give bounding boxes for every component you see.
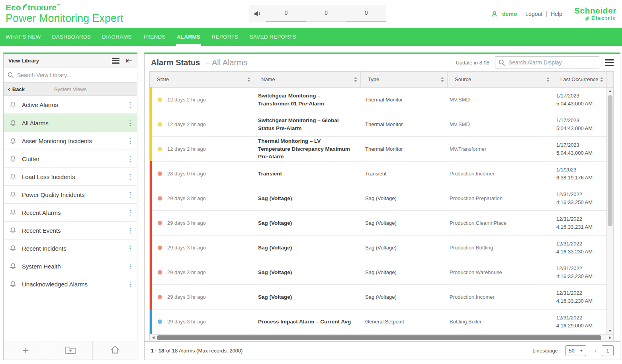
alarm-viewer-menu-icon[interactable] <box>605 59 614 66</box>
sidebar-item-active-alarms[interactable]: Active Alarms⋮ <box>4 96 137 114</box>
column-header-last-occurrence[interactable]: Last Occurrence <box>553 72 607 87</box>
kebab-menu-icon[interactable]: ⋮ <box>123 222 137 239</box>
alarm-row[interactable]: 29 days 3 hr agoSag (Voltage)Sag (Voltag… <box>150 211 613 236</box>
kebab-menu-icon[interactable]: ⋮ <box>123 239 137 257</box>
lines-per-page-select[interactable]: 50 <box>565 345 586 356</box>
kebab-menu-icon[interactable]: ⋮ <box>123 257 137 275</box>
sidebar-item-clutter[interactable]: Clutter⋮ <box>4 150 137 168</box>
view-library-search-input[interactable] <box>17 72 133 78</box>
back-button[interactable]: ‹ Back <box>8 86 25 93</box>
collapse-sidebar-icon[interactable]: ⇤ <box>126 57 132 64</box>
column-header-source[interactable]: Source <box>448 72 553 87</box>
folder-plus-icon <box>65 346 76 356</box>
alarm-row[interactable]: 12 days 2 hr agoSwitchgear Monitoring – … <box>150 112 613 137</box>
kebab-menu-icon[interactable]: ⋮ <box>123 96 137 113</box>
alarm-row[interactable]: 29 days 3 hr agoSag (Voltage)Sag (Voltag… <box>150 285 613 309</box>
speaker-icon[interactable] <box>254 10 262 17</box>
ecostruxure-leaf-icon <box>22 4 27 11</box>
home-button[interactable] <box>93 341 137 360</box>
alarm-date: 12/31/2022 <box>556 265 582 273</box>
alarm-time: 4:16:33.230 AM <box>556 248 593 256</box>
nav-tab-what-s-new[interactable]: WHAT'S NEW <box>0 28 47 46</box>
current-page-box[interactable]: 1 <box>602 345 614 356</box>
sidebar-item-recent-events[interactable]: Recent Events⋮ <box>4 222 137 239</box>
nav-tab-reports[interactable]: REPORTS <box>206 28 244 46</box>
alarm-row[interactable]: 29 days 3 hr agoProcess Impact Alarm – C… <box>150 309 613 334</box>
alarm-age: 12 days 2 hr ago <box>167 121 206 127</box>
column-header-type[interactable]: Type <box>361 72 448 87</box>
view-library-menu-icon[interactable] <box>112 58 119 64</box>
column-header-name[interactable]: Name <box>254 72 361 87</box>
alarm-time: 4:16:33.250 AM <box>556 199 593 206</box>
alarm-time: 5:04:43.000 AM <box>556 125 593 132</box>
state-dot-icon <box>158 196 162 200</box>
sidebar-item-asset-monitoring-incidents[interactable]: Asset Monitoring Incidents⋮ <box>4 132 137 150</box>
sort-icon[interactable] <box>546 77 550 82</box>
scroll-up-arrow[interactable] <box>607 88 613 94</box>
search-icon <box>499 59 505 66</box>
sort-icon[interactable] <box>247 77 250 82</box>
sidebar-item-label: Clutter <box>22 156 123 162</box>
top-header: Eco truxure ™ Power Monitoring Expert 00… <box>0 0 622 28</box>
kebab-menu-icon[interactable]: ⋮ <box>123 186 137 203</box>
previous-page-button[interactable]: ‹ <box>594 347 597 355</box>
sort-icon[interactable] <box>441 77 444 82</box>
scroll-left-arrow[interactable] <box>150 335 156 341</box>
horizontal-scrollbar[interactable] <box>150 334 613 341</box>
sidebar-item-unacknowledged-alarms[interactable]: Unacknowledged Alarms⋮ <box>4 275 137 293</box>
sidebar-item-all-alarms[interactable]: All Alarms⋮ <box>4 114 137 132</box>
alarm-row[interactable]: 29 days 3 hr agoSag (Voltage)Sag (Voltag… <box>150 260 613 285</box>
kebab-menu-icon[interactable]: ⋮ <box>123 132 137 150</box>
scroll-down-arrow[interactable] <box>607 327 613 334</box>
vertical-scroll-track[interactable] <box>607 94 613 327</box>
alarm-source: Bottling.Boiler <box>448 309 553 334</box>
sidebar-item-recent-incidents[interactable]: Recent Incidents⋮ <box>4 239 137 257</box>
kebab-menu-icon[interactable]: ⋮ <box>123 275 137 293</box>
kebab-menu-icon[interactable]: ⋮ <box>123 150 137 167</box>
logout-link[interactable]: Logout <box>525 11 542 17</box>
horizontal-scroll-thumb[interactable] <box>157 335 601 340</box>
vertical-scrollbar[interactable] <box>606 88 613 334</box>
sort-icon[interactable] <box>600 77 603 82</box>
alarm-counter-2[interactable]: 0 <box>346 5 386 22</box>
alarm-source: Production.Incomer <box>448 162 553 186</box>
alarm-age: 29 days 3 hr ago <box>167 245 206 251</box>
alarm-row[interactable]: 29 days 3 hr agoSag (Voltage)Sag (Voltag… <box>150 236 613 260</box>
alarm-counter-1[interactable]: 0 <box>306 5 346 22</box>
column-header-state[interactable]: State <box>150 72 254 87</box>
horizontal-scroll-track[interactable] <box>156 335 606 341</box>
alarm-row[interactable]: 12 days 2 hr agoSwitchgear Monitoring – … <box>150 88 613 112</box>
help-link[interactable]: Help <box>551 11 562 17</box>
add-folder-button[interactable] <box>48 341 93 360</box>
nav-tab-trends[interactable]: TRENDS <box>137 28 171 46</box>
alarm-row[interactable]: 28 days 0 hr agoTransientTransientProduc… <box>150 162 613 186</box>
alarm-row[interactable]: 29 days 3 hr agoSag (Voltage)Sag (Voltag… <box>150 186 613 211</box>
sidebar-item-power-quality-incidents[interactable]: Power Quality Incidents⋮ <box>4 186 137 204</box>
view-library-toolbar: + <box>4 341 137 360</box>
nav-tab-alarms[interactable]: ALARMS <box>171 28 206 46</box>
sidebar-item-load-loss-incidents[interactable]: Load Loss Incidents⋮ <box>4 168 137 186</box>
column-header-label: Source <box>455 76 471 82</box>
vertical-scroll-thumb[interactable] <box>608 95 612 226</box>
main-nav: WHAT'S NEWDASHBOARDSDIAGRAMSTRENDSALARMS… <box>0 28 622 46</box>
alarm-state-cell: 12 days 2 hr ago <box>150 112 254 136</box>
alarm-date: 1/17/2023 <box>556 92 579 100</box>
sort-icon[interactable] <box>354 77 357 82</box>
alarm-search-input[interactable] <box>509 59 596 66</box>
sidebar-item-system-health[interactable]: System Health⋮ <box>4 257 137 275</box>
nav-tab-diagrams[interactable]: DIAGRAMS <box>96 28 137 46</box>
alarm-row[interactable]: 12 days 2 hr agoThermal Monitoring – LV … <box>150 137 613 162</box>
sort-up-arrow-icon <box>600 77 603 79</box>
alarm-counter-0[interactable]: 0 <box>266 5 306 22</box>
kebab-menu-icon[interactable]: ⋮ <box>123 168 137 185</box>
nav-tab-dashboards[interactable]: DASHBOARDS <box>47 28 97 46</box>
alarm-type: Thermal Monitor <box>361 112 448 136</box>
state-dot-icon <box>158 147 162 151</box>
kebab-menu-icon[interactable]: ⋮ <box>123 204 137 221</box>
add-view-button[interactable]: + <box>4 341 48 360</box>
lines-per-page-label: Lines/page : <box>532 348 561 354</box>
scroll-right-arrow[interactable] <box>606 335 613 341</box>
kebab-menu-icon[interactable]: ⋮ <box>123 114 137 132</box>
sidebar-item-recent-alarms[interactable]: Recent Alarms⋮ <box>4 204 137 222</box>
nav-tab-saved-reports[interactable]: SAVED REPORTS <box>244 28 302 46</box>
